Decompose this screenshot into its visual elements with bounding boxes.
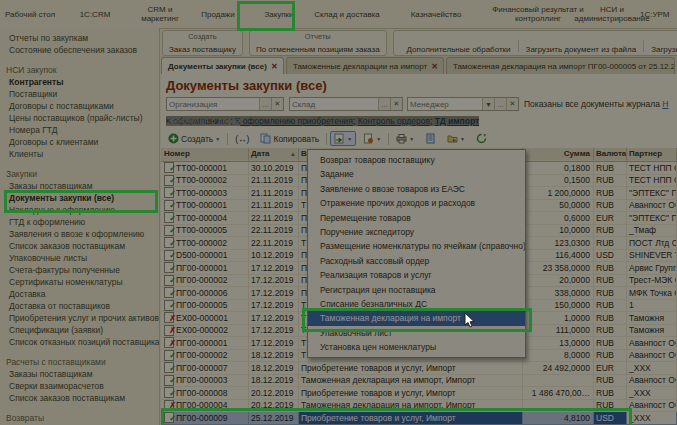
sidebar-item[interactable]: Список заказов поставщикам (0, 392, 159, 404)
sidebar-item[interactable]: Счета-фактуры полученные (0, 264, 159, 276)
section-tab[interactable]: Казначейство (382, 0, 490, 28)
organization-filter[interactable]: … ✕ (166, 97, 284, 111)
journal-settings-link[interactable]: Н (662, 99, 668, 109)
menu-item[interactable]: Заявление о ввозе товаров из ЕАЭС (308, 182, 525, 196)
section-tab[interactable]: 1С:УРМ (638, 0, 671, 28)
link-purchases-to-process[interactable]: К оформлению приобретения (235, 116, 353, 126)
list-settings-button[interactable] (421, 131, 440, 146)
organization-input[interactable] (167, 98, 259, 110)
doc-partner: 1 (627, 300, 677, 313)
sidebar-item[interactable]: Отчеты по закупкам (0, 32, 159, 44)
load-codes-button[interactable]: Загрузка кодов ТН (644, 45, 677, 54)
section-tab[interactable]: 1С:CRM (60, 0, 130, 28)
sidebar-item[interactable]: Накладные к оформлению (0, 204, 159, 216)
window-tab[interactable]: Таможенные декларации на импорт ✕ (286, 57, 444, 74)
col-header-number[interactable]: Номер (161, 148, 249, 161)
sidebar-item[interactable]: Доставка от поставщиков (0, 300, 159, 312)
sidebar-item[interactable]: Документы закупки (все) (0, 192, 159, 204)
choose-icon[interactable]: … (378, 98, 390, 110)
sidebar-item[interactable]: Номера ГТД (0, 124, 159, 136)
choose-icon[interactable]: … (259, 98, 271, 110)
copy-button[interactable]: Копировать (256, 131, 323, 146)
manager-filter[interactable]: ▼ … ✕ (407, 97, 519, 111)
menu-item[interactable]: Установка цен номенклатуры (308, 340, 525, 354)
clear-icon[interactable]: ✕ (506, 98, 518, 110)
sidebar-item[interactable]: Сверки взаиморасчетов (0, 380, 159, 392)
section-tab[interactable]: Продажи (190, 0, 246, 28)
menu-item[interactable]: Поручение экспедитору (308, 225, 525, 239)
sidebar-item[interactable]: Договоры с поставщиками (0, 100, 159, 112)
dropdown-icon[interactable]: ▼ (482, 98, 494, 110)
table-row[interactable]: ПГ00-000004 20.12.2019 Таможенная деклар… (161, 400, 677, 413)
menu-item[interactable]: Списание безналичных ДС (308, 297, 525, 311)
section-tab[interactable]: Склад и доставка (312, 0, 382, 28)
sidebar-item[interactable]: Клиенты (0, 148, 159, 160)
sidebar-item[interactable]: Договоры с клиентами (0, 136, 159, 148)
col-header-currency[interactable]: Валюта (594, 148, 627, 161)
table-row[interactable]: ПГ00-000007 18.12.2019 Приобретение това… (161, 362, 677, 375)
menu-item[interactable]: Регистрация цен поставщика (308, 283, 525, 297)
doc-currency: EUR (594, 212, 627, 225)
sidebar-item[interactable]: Заказы поставщикам (0, 180, 159, 192)
doc-number: ТТ00-000005 (176, 225, 227, 237)
create-supplier-order-button[interactable]: Заказ поставщику (169, 45, 236, 54)
sidebar-item[interactable]: Сертификаты номенклатуры (0, 276, 159, 288)
refresh-button[interactable] (472, 131, 491, 146)
link-td-import[interactable]: ТД импорт (435, 116, 479, 126)
clear-icon[interactable]: ✕ (390, 98, 402, 110)
sidebar-item[interactable]: Упаковочные листы (0, 252, 159, 264)
window-tab[interactable]: Документы закупки (все) ✕ (161, 57, 284, 74)
edo-button[interactable]: ▼ (443, 131, 469, 146)
sidebar-item[interactable]: Поставщики (0, 88, 159, 100)
create-based-on-button[interactable]: ▼ (330, 131, 356, 146)
additional-processing-button[interactable]: Дополнительные обработки (400, 45, 518, 54)
table-row[interactable]: ПГ00-000003 18.12.2019 Таможенная деклар… (161, 375, 677, 388)
print-button[interactable]: ▼ (392, 131, 418, 146)
col-header-partner[interactable]: Партнер (627, 148, 677, 161)
section-tab[interactable]: Закупки (246, 0, 312, 28)
sidebar-item[interactable]: Приобретения услуг и прочих активов (0, 312, 159, 324)
warehouse-filter[interactable]: … ✕ (289, 97, 403, 111)
sidebar-item[interactable]: ГТД к оформлению (0, 216, 159, 228)
menu-item[interactable]: Расходный кассовый ордер (308, 254, 525, 268)
menu-item[interactable]: Реализация товаров и услуг (308, 268, 525, 282)
sidebar-item[interactable]: Заявления о ввозе к оформлению (0, 228, 159, 240)
document-reports-button[interactable]: ▼ (359, 131, 385, 146)
section-tab[interactable]: НСИ и администрирование (586, 0, 638, 28)
tab-close-icon[interactable]: ✕ (271, 62, 278, 71)
create-button[interactable]: Создать ▼ (164, 131, 224, 146)
link-order-control[interactable]: Контроль ордеров (358, 116, 430, 126)
sidebar-item[interactable]: Спецификации (заявки) (0, 324, 159, 336)
menu-item[interactable]: Перемещение товаров (308, 211, 525, 225)
doc-sum (523, 375, 594, 388)
clear-icon[interactable]: ✕ (271, 98, 283, 110)
sidebar-item[interactable]: Список заказов поставщикам (0, 240, 159, 252)
section-tab[interactable]: Финансовый результат и контроллинг (490, 0, 586, 28)
col-header-date[interactable]: Дата ▲ (249, 148, 299, 161)
sidebar-item[interactable]: Заказы поставщикам (0, 368, 159, 380)
choose-icon[interactable]: … (494, 98, 506, 110)
menu-item[interactable]: Размещение номенклатуры по ячейкам (спра… (308, 239, 525, 253)
menu-item[interactable]: Возврат товаров поставщику (308, 153, 525, 167)
manager-input[interactable] (408, 98, 482, 110)
menu-item[interactable]: Упаковочный лист (308, 326, 525, 340)
menu-item[interactable]: Отражение прочих доходов и расходов (308, 196, 525, 210)
sidebar-item[interactable]: Цены поставщиков (прайс-листы) (0, 112, 159, 124)
cancelled-positions-report-button[interactable]: По отмененным позициям заказа (256, 45, 380, 54)
find-button[interactable]: (↔) (231, 132, 253, 146)
table-row[interactable]: ПГ00-000008 20.12.2019 Приобретение това… (161, 387, 677, 400)
section-tab[interactable]: Рабочий стол (0, 0, 60, 28)
col-header-sum[interactable]: Сумма (523, 148, 594, 161)
sidebar-item[interactable]: Список отказных позиций поставщика (0, 336, 159, 348)
table-row[interactable]: ПГ00-000009 25.12.2019 Приобретение това… (161, 412, 677, 425)
sidebar-item[interactable]: Состояние обеспечения заказов (0, 44, 159, 56)
section-tab[interactable]: CRM и маркетинг (130, 0, 190, 28)
menu-item[interactable]: Задание (308, 167, 525, 181)
sidebar-item[interactable]: Контрагенты (0, 76, 159, 88)
menu-item[interactable]: Таможенная декларация на импорт (308, 311, 525, 325)
load-document-from-file-button[interactable]: Загрузить документ из файла (519, 45, 644, 54)
warehouse-input[interactable] (290, 98, 378, 110)
sidebar-item[interactable]: Доставка (0, 288, 159, 300)
window-tab[interactable]: Таможенная декларация на импорт ПГ00-000… (446, 57, 675, 74)
tab-close-icon[interactable]: ✕ (431, 62, 438, 71)
